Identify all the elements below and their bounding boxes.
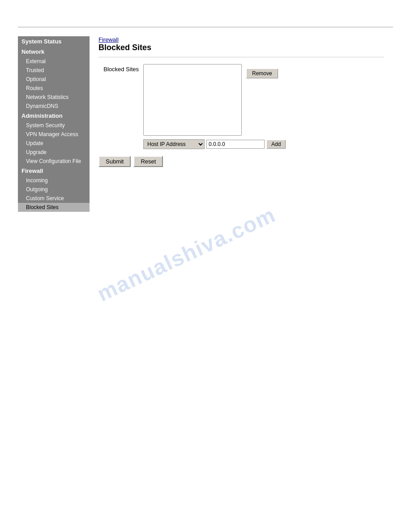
blocked-sites-label: Blocked Sites bbox=[98, 64, 143, 73]
sidebar-item-upgrade[interactable]: Upgrade bbox=[18, 148, 90, 157]
sidebar-header-administration[interactable]: Administration bbox=[18, 111, 90, 121]
divider bbox=[98, 57, 384, 57]
remove-button[interactable]: Remove bbox=[246, 69, 278, 78]
sidebar-header-network[interactable]: Network bbox=[18, 47, 90, 57]
page-title: Blocked Sites bbox=[98, 43, 384, 52]
sidebar-item-system-security[interactable]: System Security bbox=[18, 121, 90, 130]
sidebar-item-view-configuration-file[interactable]: View Configuration File bbox=[18, 157, 90, 166]
sidebar-header-system-status[interactable]: System Status bbox=[18, 36, 90, 47]
add-row: Host IP Address Network IP Address MAC A… bbox=[143, 139, 286, 149]
sidebar-item-routes[interactable]: Routes bbox=[18, 84, 90, 93]
content-area: Firewall Blocked Sites Blocked Sites Rem… bbox=[90, 36, 393, 212]
sidebar-item-blocked-sites[interactable]: Blocked Sites bbox=[18, 203, 90, 212]
sidebar-item-trusted[interactable]: Trusted bbox=[18, 66, 90, 75]
sidebar-item-external[interactable]: External bbox=[18, 57, 90, 66]
top-border bbox=[18, 27, 393, 27]
submit-button[interactable]: Submit bbox=[98, 156, 131, 167]
sidebar-item-optional[interactable]: Optional bbox=[18, 75, 90, 84]
reset-button[interactable]: Reset bbox=[133, 156, 163, 167]
sidebar-item-update[interactable]: Update bbox=[18, 139, 90, 148]
blocked-sites-list[interactable] bbox=[143, 64, 242, 136]
breadcrumb[interactable]: Firewall bbox=[98, 36, 384, 43]
sidebar-item-incoming[interactable]: Incoming bbox=[18, 176, 90, 185]
sidebar-item-vpn-manager-access[interactable]: VPN Manager Access bbox=[18, 130, 90, 139]
watermark: manualshiva.com bbox=[94, 202, 280, 306]
sidebar-item-custom-service[interactable]: Custom Service bbox=[18, 194, 90, 203]
add-button[interactable]: Add bbox=[266, 140, 286, 149]
sidebar-item-outgoing[interactable]: Outgoing bbox=[18, 185, 90, 194]
sidebar-item-dynamicdns[interactable]: DynamicDNS bbox=[18, 102, 90, 111]
sidebar-header-firewall[interactable]: Firewall bbox=[18, 166, 90, 176]
sidebar: System Status Network External Trusted O… bbox=[18, 36, 90, 212]
sidebar-item-network-statistics[interactable]: Network Statistics bbox=[18, 93, 90, 102]
ip-input[interactable] bbox=[206, 140, 265, 149]
address-type-select[interactable]: Host IP Address Network IP Address MAC A… bbox=[143, 139, 205, 149]
blocked-sites-row: Blocked Sites Remove Host IP Address Net… bbox=[98, 64, 384, 149]
action-row: Submit Reset bbox=[98, 156, 384, 167]
main-layout: System Status Network External Trusted O… bbox=[18, 36, 393, 212]
